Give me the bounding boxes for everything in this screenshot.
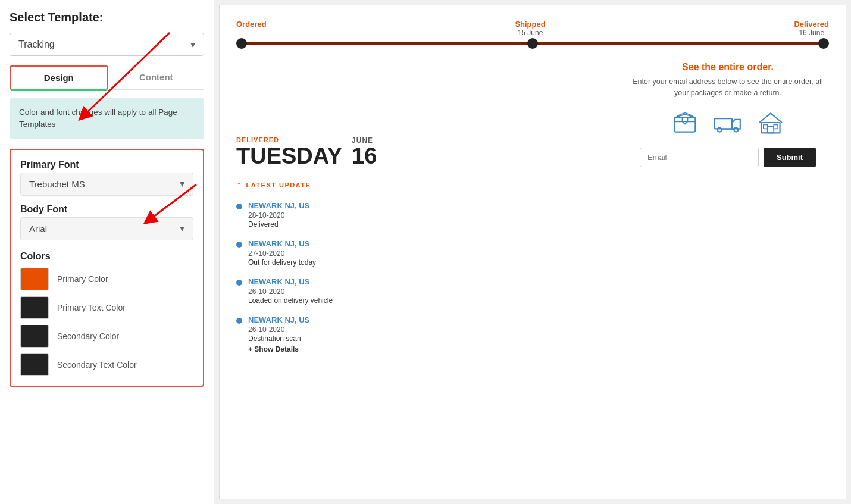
primary-font-group: Primary Font Trebuchet MS Arial Georgia … [20, 159, 193, 196]
update-status-3: Destination scan [248, 334, 427, 343]
show-details-3[interactable]: + Show Details [248, 345, 427, 353]
submit-button[interactable]: Submit [764, 148, 816, 167]
primary-color-label: Primary Color [57, 274, 108, 284]
colors-label: Colors [20, 251, 193, 262]
svg-point-13 [734, 127, 738, 132]
secondary-text-color-label: Secondary Text Color [57, 360, 137, 370]
update-location-2: NEWARK NJ, US [248, 277, 427, 286]
body-font-select[interactable]: Arial Trebuchet MS Georgia Verdana [20, 217, 193, 240]
update-location-1: NEWARK NJ, US [248, 239, 427, 248]
update-date-0: 28-10-2020 [248, 211, 427, 220]
day-num: 16 [352, 145, 377, 167]
primary-font-select[interactable]: Trebuchet MS Arial Georgia Times New Rom… [20, 173, 193, 196]
house-icon [755, 107, 786, 138]
primary-color-swatch[interactable] [20, 268, 49, 290]
order-icons-row [627, 107, 829, 138]
timeline-shipped-label: Shipped [515, 20, 545, 29]
primary-font-label: Primary Font [20, 159, 193, 170]
timeline-delivered: Delivered 16 June [794, 20, 829, 37]
body-font-label: Body Font [20, 204, 193, 215]
email-submit-row: Submit [627, 148, 829, 167]
update-location-3: NEWARK NJ, US [248, 315, 427, 324]
select-template-label: Select Template: [10, 11, 204, 24]
timeline-shipped-date: 15 June [518, 29, 543, 37]
primary-text-color-row: Primary Text Color [20, 296, 193, 319]
update-dot-0 [236, 204, 242, 209]
primary-font-select-wrapper: Trebuchet MS Arial Georgia Times New Rom… [20, 173, 193, 196]
secondary-color-row: Secondary Color [20, 325, 193, 348]
timeline-dot-shipped [527, 38, 538, 49]
timeline-labels-row: Ordered Shipped 15 June Delivered 16 Jun… [236, 20, 829, 37]
secondary-text-color-swatch[interactable] [20, 353, 49, 376]
tab-content[interactable]: Content [108, 65, 205, 90]
email-input[interactable] [640, 148, 759, 167]
update-dot-2 [236, 280, 242, 286]
update-status-2: Loaded on delivery vehicle [248, 296, 427, 305]
latest-update-label: ↑ LATEST UPDATE [236, 179, 427, 192]
timeline-ordered-label: Ordered [236, 20, 267, 29]
svg-point-12 [718, 127, 722, 132]
primary-text-color-swatch[interactable] [20, 296, 49, 319]
timeline-track [236, 38, 829, 50]
timeline-delivered-date: 16 June [799, 29, 824, 37]
primary-color-row: Primary Color [20, 268, 193, 290]
see-order-title: See the entire order. [627, 62, 829, 73]
updates-section: ↑ LATEST UPDATE NEWARK NJ, US 28-10-2020… [220, 167, 846, 376]
secondary-color-label: Secondary Color [57, 331, 119, 341]
update-dot-3 [236, 318, 242, 324]
design-section: Primary Font Trebuchet MS Arial Georgia … [10, 149, 204, 387]
left-panel: Select Template: Tracking Order Confirma… [0, 0, 214, 504]
update-item-3: NEWARK NJ, US 26-10-2020 Destination sca… [236, 315, 427, 353]
info-box: Color and font changes will apply to all… [10, 98, 204, 139]
body-font-group: Body Font Arial Trebuchet MS Georgia Ver… [20, 204, 193, 240]
svg-rect-11 [714, 118, 731, 129]
update-status-1: Out for delivery today [248, 258, 427, 267]
template-select-wrapper: Tracking Order Confirmation Delivery ▼ [10, 33, 204, 56]
see-order-block: See the entire order. Enter your email a… [627, 62, 829, 167]
timeline-shipped: Shipped 15 June [515, 20, 545, 37]
update-date-1: 27-10-2020 [248, 249, 427, 258]
update-content-1: NEWARK NJ, US 27-10-2020 Out for deliver… [248, 239, 427, 267]
primary-text-color-label: Primary Text Color [57, 303, 126, 312]
update-location-0: NEWARK NJ, US [248, 201, 427, 210]
day-name: TUESDAY [236, 143, 342, 168]
right-panel: Ordered Shipped 15 June Delivered 16 Jun… [219, 5, 846, 499]
delivery-info: DELIVERED TUESDAY JUNE 16 See the entire… [220, 50, 846, 167]
timeline-section: Ordered Shipped 15 June Delivered 16 Jun… [220, 5, 846, 50]
update-item-1: NEWARK NJ, US 27-10-2020 Out for deliver… [236, 239, 427, 267]
update-content-2: NEWARK NJ, US 26-10-2020 Loaded on deliv… [248, 277, 427, 305]
truck-icon [712, 107, 743, 138]
secondary-text-color-row: Secondary Text Color [20, 353, 193, 376]
svg-rect-18 [764, 124, 768, 129]
update-content-3: NEWARK NJ, US 26-10-2020 Destination sca… [248, 315, 427, 353]
secondary-color-swatch[interactable] [20, 325, 49, 348]
month-day-col: JUNE 16 [352, 136, 377, 167]
timeline-dot-ordered [236, 38, 247, 49]
latest-update-arrow-icon: ↑ [236, 179, 243, 192]
timeline-ordered: Ordered [236, 20, 267, 37]
svg-rect-16 [768, 126, 774, 132]
colors-section: Colors Primary Color Primary Text Color … [20, 251, 193, 376]
update-item-0: NEWARK NJ, US 28-10-2020 Delivered [236, 201, 427, 228]
update-dot-1 [236, 242, 242, 248]
update-date-3: 26-10-2020 [248, 325, 427, 334]
delivery-date-block: DELIVERED TUESDAY JUNE 16 [236, 62, 377, 167]
delivered-label: DELIVERED [236, 136, 342, 143]
delivery-label-col: DELIVERED TUESDAY [236, 136, 342, 167]
delivery-right: See the entire order. Enter your email a… [377, 62, 829, 167]
body-font-select-wrapper: Arial Trebuchet MS Georgia Verdana ▼ [20, 217, 193, 240]
tabs-row: Design Content [10, 65, 204, 90]
box-icon [669, 107, 700, 138]
update-date-2: 26-10-2020 [248, 287, 427, 296]
update-status-0: Delivered [248, 220, 427, 228]
svg-rect-19 [774, 124, 778, 129]
see-order-desc: Enter your email address below to see th… [627, 76, 829, 99]
update-content-0: NEWARK NJ, US 28-10-2020 Delivered [248, 201, 427, 228]
timeline-dot-delivered [818, 38, 829, 49]
updates-left: ↑ LATEST UPDATE NEWARK NJ, US 28-10-2020… [236, 179, 427, 364]
template-select[interactable]: Tracking Order Confirmation Delivery [10, 33, 204, 56]
timeline-delivered-label: Delivered [794, 20, 829, 29]
update-item-2: NEWARK NJ, US 26-10-2020 Loaded on deliv… [236, 277, 427, 305]
tab-design[interactable]: Design [10, 65, 108, 90]
